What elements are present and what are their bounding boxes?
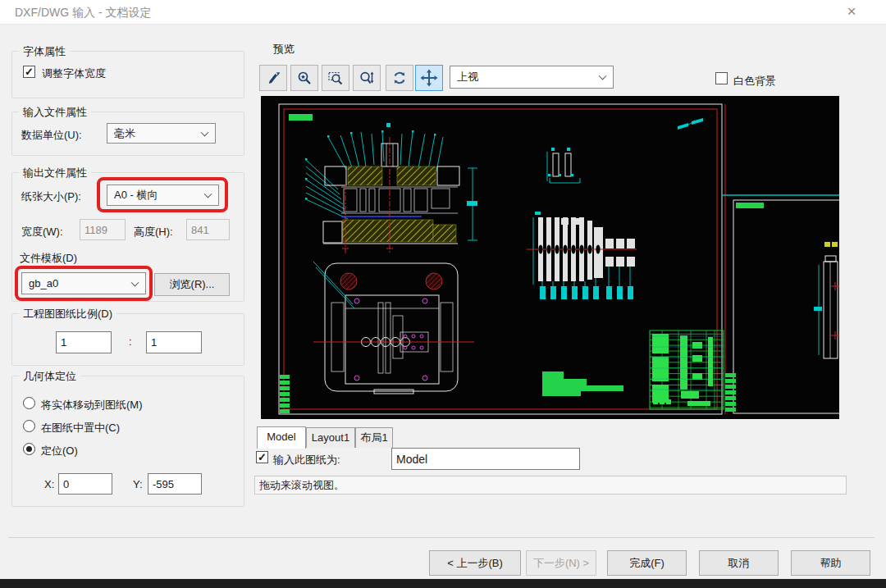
zoom-to-selection-button[interactable]	[259, 65, 287, 91]
import-sheet-label: 输入此图纸为:	[273, 453, 340, 467]
adjust-font-width-checkbox[interactable]	[23, 66, 35, 78]
x-field[interactable]	[58, 473, 112, 495]
template-value: gb_a0	[29, 277, 58, 289]
refresh-view-icon	[391, 70, 408, 86]
zoom-in-out-button[interactable]	[353, 65, 381, 91]
chevron-down-icon	[204, 190, 212, 198]
footer-separator	[8, 537, 875, 538]
import-sheet-checkbox[interactable]	[256, 451, 268, 463]
radio-move-to-sheet-label: 将实体移动到图纸(M)	[41, 398, 143, 413]
browse-button[interactable]: 浏览(R)...	[154, 273, 230, 296]
chevron-down-icon	[599, 72, 607, 80]
paper-size-value: A0 - 横向	[114, 188, 158, 203]
pan-icon	[420, 69, 438, 87]
height-label: 高度(H):	[134, 225, 173, 239]
tab-layout1-cn[interactable]: 布局1	[355, 427, 393, 448]
font-properties-title: 字体属性	[19, 44, 70, 59]
cancel-button[interactable]: 取消	[699, 550, 779, 576]
data-units-value: 毫米	[114, 126, 135, 141]
width-field[interactable]	[80, 219, 126, 240]
y-label: Y:	[133, 478, 143, 490]
refresh-view-button[interactable]	[386, 65, 413, 91]
radio-position-label: 定位(O)	[41, 444, 78, 458]
chevron-down-icon	[131, 278, 139, 286]
scale-separator: :	[129, 335, 132, 348]
zoom-to-area-icon	[327, 70, 344, 86]
status-bar: 拖动来滚动视图。	[254, 476, 847, 495]
help-button[interactable]: 帮助	[791, 550, 870, 576]
white-background-checkbox[interactable]	[715, 72, 728, 84]
tab-model[interactable]: Model	[257, 426, 306, 449]
radio-move-to-sheet[interactable]	[23, 397, 35, 409]
scale-group: 工程图图纸比例(D)	[11, 313, 244, 366]
white-background-label: 白色背景	[733, 74, 776, 89]
scale-numerator-field[interactable]	[56, 331, 112, 353]
title-bar: DXF/DWG 输入 - 文档设定 ×	[0, 0, 886, 25]
scale-group-title: 工程图图纸比例(D)	[19, 307, 116, 321]
zoom-to-area-button[interactable]	[322, 65, 349, 91]
bom-table	[650, 330, 724, 409]
x-label: X:	[44, 478, 54, 490]
radio-position[interactable]	[23, 443, 35, 455]
view-orientation-select[interactable]: 上视	[450, 66, 614, 89]
zoom-to-fit-icon	[296, 70, 313, 86]
tab-layout1[interactable]: Layout1	[306, 427, 355, 448]
input-file-title: 输入文件属性	[19, 105, 91, 120]
sheet-name-input[interactable]	[391, 448, 580, 470]
position-group-title: 几何体定位	[19, 369, 80, 384]
finish-button[interactable]: 完成(F)	[607, 550, 687, 576]
width-label: 宽度(W):	[21, 225, 63, 239]
back-button[interactable]: < 上一步(B)	[429, 550, 521, 576]
scale-denominator-field[interactable]	[146, 331, 202, 353]
preview-drawing	[261, 96, 839, 419]
zoom-to-selection-icon	[265, 70, 281, 86]
pan-button[interactable]	[415, 65, 443, 91]
template-select[interactable]: gb_a0	[21, 272, 146, 294]
height-field[interactable]	[186, 219, 230, 240]
dialog-title: DXF/DWG 输入 - 文档设定	[15, 0, 151, 25]
data-units-select[interactable]: 毫米	[107, 123, 216, 144]
chevron-down-icon	[201, 128, 209, 136]
output-file-title: 输出文件属性	[19, 166, 91, 180]
radio-center-in-sheet[interactable]	[23, 420, 35, 432]
zoom-to-fit-button[interactable]	[290, 65, 318, 91]
template-label: 文件模板(D)	[20, 251, 77, 266]
y-field[interactable]	[148, 473, 202, 495]
data-units-label: 数据单位(U):	[21, 128, 82, 143]
zoom-in-out-icon	[359, 70, 375, 86]
dxf-dwg-import-dialog: DXF/DWG 输入 - 文档设定 × 字体属性 调整字体宽度 输入文件属性 数…	[0, 0, 886, 588]
preview-drawing-canvas[interactable]	[261, 96, 839, 419]
screen-bottom-edge	[0, 579, 886, 588]
next-button[interactable]: 下一步(N) >	[526, 550, 596, 576]
paper-size-label: 纸张大小(P):	[21, 189, 81, 204]
close-icon[interactable]: ×	[837, 0, 866, 25]
paper-size-select[interactable]: A0 - 横向	[107, 185, 219, 206]
adjust-font-width-label: 调整字体宽度	[42, 66, 106, 81]
view-orientation-value: 上视	[457, 70, 478, 84]
preview-title: 预览	[273, 42, 295, 57]
radio-center-in-sheet-label: 在图纸中置中(C)	[41, 421, 120, 435]
